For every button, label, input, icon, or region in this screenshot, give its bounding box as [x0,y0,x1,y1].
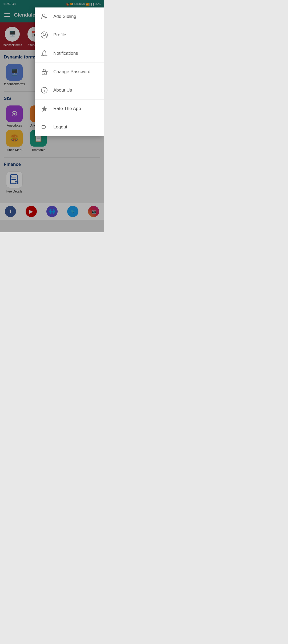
about-us-label: About Us [53,88,72,93]
rate-the-app-label: Rate The App [53,106,81,111]
change-password-label: Change Password [53,69,90,74]
svg-point-25 [44,73,45,74]
info-icon [40,86,49,95]
profile-icon [40,31,49,39]
menu-item-add-sibling[interactable]: Add Sibling [35,7,104,26]
svg-point-22 [43,33,46,36]
notifications-label: Notifications [53,51,78,56]
logout-icon [40,123,49,131]
menu-item-change-password[interactable]: Change Password [35,63,104,81]
dropdown-menu: Add Sibling Profile Notifications [35,7,104,136]
svg-point-28 [47,71,48,72]
add-sibling-icon [40,12,49,21]
add-sibling-label: Add Sibling [53,14,76,19]
svg-marker-32 [41,106,47,112]
menu-item-about-us[interactable]: About Us [35,81,104,100]
bell-icon [40,49,49,58]
star-icon [40,104,49,113]
svg-point-18 [42,14,45,17]
svg-point-30 [44,89,45,89]
menu-item-logout[interactable]: Logout [35,118,104,136]
menu-item-rate-the-app[interactable]: Rate The App [35,100,104,118]
menu-item-profile[interactable]: Profile [35,26,104,44]
logout-label: Logout [53,124,67,130]
lock-icon [40,68,49,76]
menu-item-notifications[interactable]: Notifications [35,44,104,63]
profile-label: Profile [53,32,66,38]
